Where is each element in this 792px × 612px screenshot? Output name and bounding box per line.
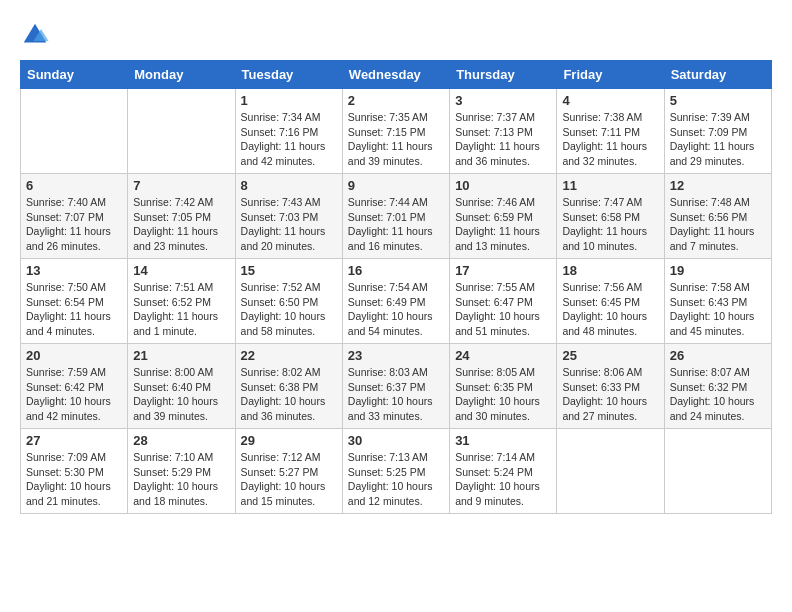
week-row-3: 13Sunrise: 7:50 AM Sunset: 6:54 PM Dayli… — [21, 259, 772, 344]
day-number: 8 — [241, 178, 337, 193]
calendar-cell: 30Sunrise: 7:13 AM Sunset: 5:25 PM Dayli… — [342, 429, 449, 514]
week-row-1: 1Sunrise: 7:34 AM Sunset: 7:16 PM Daylig… — [21, 89, 772, 174]
calendar-cell: 10Sunrise: 7:46 AM Sunset: 6:59 PM Dayli… — [450, 174, 557, 259]
day-number: 21 — [133, 348, 229, 363]
calendar-cell: 31Sunrise: 7:14 AM Sunset: 5:24 PM Dayli… — [450, 429, 557, 514]
day-number: 7 — [133, 178, 229, 193]
day-number: 31 — [455, 433, 551, 448]
calendar-cell: 21Sunrise: 8:00 AM Sunset: 6:40 PM Dayli… — [128, 344, 235, 429]
day-number: 24 — [455, 348, 551, 363]
day-number: 12 — [670, 178, 766, 193]
day-info: Sunrise: 7:50 AM Sunset: 6:54 PM Dayligh… — [26, 280, 122, 339]
day-info: Sunrise: 7:40 AM Sunset: 7:07 PM Dayligh… — [26, 195, 122, 254]
calendar-cell: 25Sunrise: 8:06 AM Sunset: 6:33 PM Dayli… — [557, 344, 664, 429]
day-info: Sunrise: 7:54 AM Sunset: 6:49 PM Dayligh… — [348, 280, 444, 339]
day-number: 4 — [562, 93, 658, 108]
calendar-cell: 8Sunrise: 7:43 AM Sunset: 7:03 PM Daylig… — [235, 174, 342, 259]
calendar-cell: 1Sunrise: 7:34 AM Sunset: 7:16 PM Daylig… — [235, 89, 342, 174]
day-info: Sunrise: 8:00 AM Sunset: 6:40 PM Dayligh… — [133, 365, 229, 424]
calendar-cell: 16Sunrise: 7:54 AM Sunset: 6:49 PM Dayli… — [342, 259, 449, 344]
calendar: SundayMondayTuesdayWednesdayThursdayFrid… — [20, 60, 772, 514]
calendar-cell: 13Sunrise: 7:50 AM Sunset: 6:54 PM Dayli… — [21, 259, 128, 344]
day-info: Sunrise: 8:07 AM Sunset: 6:32 PM Dayligh… — [670, 365, 766, 424]
day-number: 25 — [562, 348, 658, 363]
day-info: Sunrise: 7:55 AM Sunset: 6:47 PM Dayligh… — [455, 280, 551, 339]
page-header — [20, 20, 772, 50]
day-info: Sunrise: 7:52 AM Sunset: 6:50 PM Dayligh… — [241, 280, 337, 339]
calendar-cell: 29Sunrise: 7:12 AM Sunset: 5:27 PM Dayli… — [235, 429, 342, 514]
calendar-cell: 11Sunrise: 7:47 AM Sunset: 6:58 PM Dayli… — [557, 174, 664, 259]
day-info: Sunrise: 7:56 AM Sunset: 6:45 PM Dayligh… — [562, 280, 658, 339]
calendar-cell: 28Sunrise: 7:10 AM Sunset: 5:29 PM Dayli… — [128, 429, 235, 514]
col-header-monday: Monday — [128, 61, 235, 89]
calendar-cell — [664, 429, 771, 514]
col-header-wednesday: Wednesday — [342, 61, 449, 89]
day-info: Sunrise: 7:14 AM Sunset: 5:24 PM Dayligh… — [455, 450, 551, 509]
calendar-cell — [21, 89, 128, 174]
day-info: Sunrise: 7:46 AM Sunset: 6:59 PM Dayligh… — [455, 195, 551, 254]
day-number: 13 — [26, 263, 122, 278]
calendar-cell: 27Sunrise: 7:09 AM Sunset: 5:30 PM Dayli… — [21, 429, 128, 514]
day-info: Sunrise: 7:44 AM Sunset: 7:01 PM Dayligh… — [348, 195, 444, 254]
col-header-tuesday: Tuesday — [235, 61, 342, 89]
day-number: 5 — [670, 93, 766, 108]
calendar-cell: 12Sunrise: 7:48 AM Sunset: 6:56 PM Dayli… — [664, 174, 771, 259]
calendar-cell: 19Sunrise: 7:58 AM Sunset: 6:43 PM Dayli… — [664, 259, 771, 344]
calendar-cell: 23Sunrise: 8:03 AM Sunset: 6:37 PM Dayli… — [342, 344, 449, 429]
calendar-cell — [128, 89, 235, 174]
logo — [20, 20, 54, 50]
day-number: 6 — [26, 178, 122, 193]
calendar-cell: 2Sunrise: 7:35 AM Sunset: 7:15 PM Daylig… — [342, 89, 449, 174]
day-number: 23 — [348, 348, 444, 363]
day-number: 27 — [26, 433, 122, 448]
col-header-thursday: Thursday — [450, 61, 557, 89]
calendar-cell: 9Sunrise: 7:44 AM Sunset: 7:01 PM Daylig… — [342, 174, 449, 259]
day-number: 1 — [241, 93, 337, 108]
day-number: 29 — [241, 433, 337, 448]
calendar-header-row: SundayMondayTuesdayWednesdayThursdayFrid… — [21, 61, 772, 89]
day-number: 16 — [348, 263, 444, 278]
day-number: 2 — [348, 93, 444, 108]
day-info: Sunrise: 7:58 AM Sunset: 6:43 PM Dayligh… — [670, 280, 766, 339]
day-number: 28 — [133, 433, 229, 448]
col-header-friday: Friday — [557, 61, 664, 89]
day-info: Sunrise: 7:48 AM Sunset: 6:56 PM Dayligh… — [670, 195, 766, 254]
week-row-4: 20Sunrise: 7:59 AM Sunset: 6:42 PM Dayli… — [21, 344, 772, 429]
day-info: Sunrise: 7:42 AM Sunset: 7:05 PM Dayligh… — [133, 195, 229, 254]
day-info: Sunrise: 7:43 AM Sunset: 7:03 PM Dayligh… — [241, 195, 337, 254]
calendar-cell: 4Sunrise: 7:38 AM Sunset: 7:11 PM Daylig… — [557, 89, 664, 174]
calendar-cell: 20Sunrise: 7:59 AM Sunset: 6:42 PM Dayli… — [21, 344, 128, 429]
calendar-cell: 26Sunrise: 8:07 AM Sunset: 6:32 PM Dayli… — [664, 344, 771, 429]
day-number: 30 — [348, 433, 444, 448]
day-info: Sunrise: 7:35 AM Sunset: 7:15 PM Dayligh… — [348, 110, 444, 169]
day-number: 22 — [241, 348, 337, 363]
day-number: 15 — [241, 263, 337, 278]
week-row-5: 27Sunrise: 7:09 AM Sunset: 5:30 PM Dayli… — [21, 429, 772, 514]
calendar-cell: 7Sunrise: 7:42 AM Sunset: 7:05 PM Daylig… — [128, 174, 235, 259]
day-number: 3 — [455, 93, 551, 108]
calendar-cell: 15Sunrise: 7:52 AM Sunset: 6:50 PM Dayli… — [235, 259, 342, 344]
day-info: Sunrise: 7:12 AM Sunset: 5:27 PM Dayligh… — [241, 450, 337, 509]
calendar-cell: 22Sunrise: 8:02 AM Sunset: 6:38 PM Dayli… — [235, 344, 342, 429]
calendar-cell: 3Sunrise: 7:37 AM Sunset: 7:13 PM Daylig… — [450, 89, 557, 174]
day-number: 18 — [562, 263, 658, 278]
day-info: Sunrise: 7:34 AM Sunset: 7:16 PM Dayligh… — [241, 110, 337, 169]
day-info: Sunrise: 8:02 AM Sunset: 6:38 PM Dayligh… — [241, 365, 337, 424]
col-header-sunday: Sunday — [21, 61, 128, 89]
calendar-cell: 17Sunrise: 7:55 AM Sunset: 6:47 PM Dayli… — [450, 259, 557, 344]
day-info: Sunrise: 7:37 AM Sunset: 7:13 PM Dayligh… — [455, 110, 551, 169]
day-info: Sunrise: 7:51 AM Sunset: 6:52 PM Dayligh… — [133, 280, 229, 339]
calendar-cell: 24Sunrise: 8:05 AM Sunset: 6:35 PM Dayli… — [450, 344, 557, 429]
day-info: Sunrise: 7:38 AM Sunset: 7:11 PM Dayligh… — [562, 110, 658, 169]
calendar-cell: 18Sunrise: 7:56 AM Sunset: 6:45 PM Dayli… — [557, 259, 664, 344]
day-number: 9 — [348, 178, 444, 193]
day-info: Sunrise: 8:03 AM Sunset: 6:37 PM Dayligh… — [348, 365, 444, 424]
day-info: Sunrise: 7:10 AM Sunset: 5:29 PM Dayligh… — [133, 450, 229, 509]
week-row-2: 6Sunrise: 7:40 AM Sunset: 7:07 PM Daylig… — [21, 174, 772, 259]
day-info: Sunrise: 7:09 AM Sunset: 5:30 PM Dayligh… — [26, 450, 122, 509]
day-number: 11 — [562, 178, 658, 193]
day-number: 26 — [670, 348, 766, 363]
day-number: 10 — [455, 178, 551, 193]
calendar-cell: 6Sunrise: 7:40 AM Sunset: 7:07 PM Daylig… — [21, 174, 128, 259]
day-number: 17 — [455, 263, 551, 278]
